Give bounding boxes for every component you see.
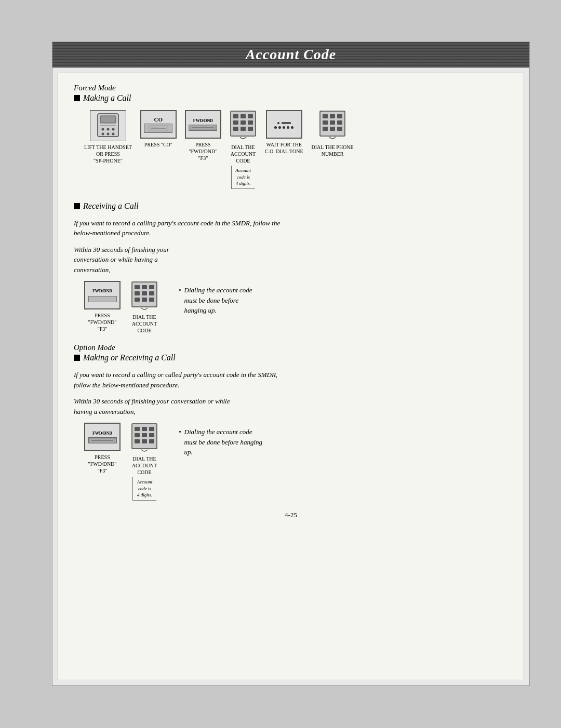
step5-label: WAIT FOR THEC.O. DIAL TONE xyxy=(265,141,303,155)
fwddnd-icon: FWD/DND xyxy=(185,110,221,139)
phone-icon xyxy=(90,110,126,141)
option-step1: FWD/DND PRESS"FWD/DND""F3" xyxy=(84,423,121,474)
bullet-icon-2 xyxy=(74,203,80,209)
option-steps: FWD/DND PRESS"FWD/DND""F3" xyxy=(84,423,508,501)
step-wait-tone: WAIT FOR THEC.O. DIAL TONE xyxy=(265,110,303,155)
svg-rect-50 xyxy=(135,433,140,437)
svg-rect-53 xyxy=(135,439,140,443)
receiving-note: • Dialing the account codemust be done b… xyxy=(179,285,252,316)
fwddnd-display-2 xyxy=(88,296,117,302)
bullet-icon xyxy=(74,95,80,101)
svg-rect-30 xyxy=(337,120,342,125)
dot2 xyxy=(274,126,277,129)
dot1 xyxy=(277,122,279,124)
receiving-step2: DIAL THEACCOUNTCODE xyxy=(131,281,158,334)
fwddnd-icon-3: FWD/DND xyxy=(84,423,121,451)
svg-rect-40 xyxy=(149,291,154,295)
keypad-icon-wrapper xyxy=(230,110,257,141)
svg-rect-55 xyxy=(149,439,154,443)
svg-rect-21 xyxy=(233,127,238,131)
forced-mode-label: Forced Mode xyxy=(74,84,508,92)
svg-point-4 xyxy=(106,128,109,131)
svg-rect-42 xyxy=(142,298,147,302)
svg-rect-17 xyxy=(248,114,253,118)
content-area: Forced Mode Making a Call xyxy=(58,73,524,680)
account-code-note-1: Accountcode is4 digits. xyxy=(231,166,256,189)
dot3 xyxy=(278,126,281,129)
step2-label: PRESS "CO" xyxy=(144,141,172,148)
receiving-step2-label: DIAL THEACCOUNTCODE xyxy=(132,314,157,334)
svg-rect-52 xyxy=(149,433,154,437)
svg-rect-26 xyxy=(330,114,335,118)
option-note: • Dialing the account codemust be done b… xyxy=(179,427,262,457)
co-button-icon: CO xyxy=(140,110,177,139)
top-dots xyxy=(277,122,291,124)
receiving-steps-inner: FWD/DND PRESS"FWD/DND""F3" xyxy=(84,281,158,334)
dash-line xyxy=(282,122,291,124)
forced-mode-steps: LIFT THE HANDSETOR PRESS"SP-PHONE" CO xyxy=(84,110,508,189)
svg-point-7 xyxy=(106,133,109,136)
svg-rect-39 xyxy=(142,291,147,295)
receiving-step1: FWD/DND PRESS"FWD/DND""F3" xyxy=(84,281,121,332)
svg-rect-48 xyxy=(142,427,147,431)
step-lift-handset: LIFT THE HANDSETOR PRESS"SP-PHONE" xyxy=(84,110,132,164)
step1-label: LIFT THE HANDSETOR PRESS"SP-PHONE" xyxy=(84,144,132,164)
fwddnd-display-3 xyxy=(88,437,117,443)
svg-rect-1 xyxy=(100,116,116,123)
page-title: Account Code xyxy=(52,46,529,63)
step4-label: DIAL THEACCOUNTCODE xyxy=(231,144,256,164)
svg-point-3 xyxy=(101,128,104,131)
keypad-svg-2 xyxy=(319,110,346,140)
svg-rect-38 xyxy=(135,291,140,295)
svg-rect-47 xyxy=(135,427,140,431)
page-container: Account Code Forced Mode Making a Call xyxy=(52,42,530,686)
svg-rect-16 xyxy=(241,114,246,118)
receiving-section: Receiving a Call If you want to record a… xyxy=(74,201,508,334)
step-dial-account: DIAL THEACCOUNTCODE Accountcode is4 digi… xyxy=(230,110,257,189)
svg-rect-51 xyxy=(142,433,147,437)
svg-rect-49 xyxy=(149,427,154,431)
option-desc1: If you want to record a calling or calle… xyxy=(74,370,463,390)
option-mode-section: Option Mode Making or Receiving a Call I… xyxy=(74,343,508,501)
forced-mode-section: Forced Mode Making a Call xyxy=(74,84,508,189)
handset-svg xyxy=(96,113,121,139)
svg-rect-31 xyxy=(323,127,328,131)
keypad-icon-wrapper-2 xyxy=(319,110,346,141)
keypad-svg-4 xyxy=(131,423,158,453)
svg-rect-15 xyxy=(233,114,238,118)
title-bar: Account Code xyxy=(52,42,529,68)
bottom-dots xyxy=(274,126,293,129)
svg-rect-37 xyxy=(149,285,154,289)
step-dial-number: DIAL THE PHONENUMBER xyxy=(312,110,354,157)
fwddnd-label-text: FWD/DND xyxy=(193,118,213,123)
svg-rect-18 xyxy=(233,120,238,125)
option-step2-label: DIAL THEACCOUNTCODE xyxy=(132,455,157,476)
svg-rect-22 xyxy=(241,127,246,131)
step-press-co: CO PRESS "CO" xyxy=(140,110,177,148)
receiving-steps: FWD/DND PRESS"FWD/DND""F3" xyxy=(84,281,508,334)
fwddnd-icon-2: FWD/DND xyxy=(84,281,121,309)
svg-rect-19 xyxy=(241,120,246,125)
step3-label: PRESS"FWD/DND""F3" xyxy=(189,141,217,161)
keypad-svg-1 xyxy=(230,110,257,140)
option-step2: DIAL THEACCOUNTCODE Accountcode is4 digi… xyxy=(131,423,158,501)
fwddnd-label-2: FWD/DND xyxy=(92,289,112,293)
forced-mode-sub: Making a Call xyxy=(74,93,508,103)
svg-rect-20 xyxy=(248,120,253,125)
svg-rect-28 xyxy=(323,120,328,125)
step6-label: DIAL THE PHONENUMBER xyxy=(312,144,354,157)
option-step1-label: PRESS"FWD/DND""F3" xyxy=(88,454,117,474)
svg-point-6 xyxy=(101,133,104,136)
page-number: 4-25 xyxy=(74,511,508,519)
option-desc3: Within 30 seconds of finishing your conv… xyxy=(74,396,463,416)
svg-point-5 xyxy=(112,128,114,131)
svg-rect-43 xyxy=(149,298,154,302)
svg-rect-36 xyxy=(142,285,147,289)
option-mode-label: Option Mode xyxy=(74,343,508,352)
option-mode-sub: Making or Receiving a Call xyxy=(74,353,508,362)
fwddnd-display xyxy=(189,125,217,131)
option-steps-inner: FWD/DND PRESS"FWD/DND""F3" xyxy=(84,423,158,501)
receiving-step1-label: PRESS"FWD/DND""F3" xyxy=(88,312,117,332)
svg-point-8 xyxy=(112,133,114,136)
svg-rect-41 xyxy=(135,298,140,302)
